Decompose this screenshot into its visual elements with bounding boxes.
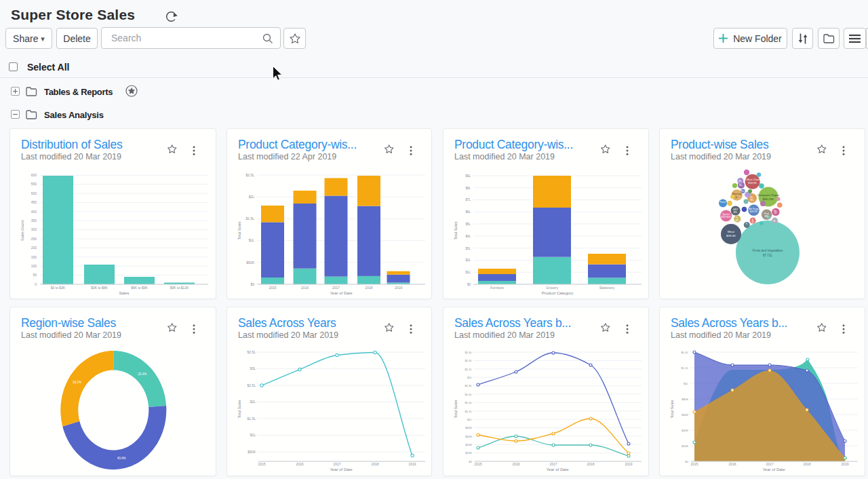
svg-text:$2.4L: $2.4L (465, 359, 473, 362)
svg-text:Br..: Br.. (750, 196, 753, 199)
svg-text:$80K: $80K (465, 426, 472, 429)
svg-text:$9L: $9L (736, 219, 740, 222)
svg-text:$2L: $2L (250, 400, 256, 404)
svg-text:$7L: $7L (465, 198, 471, 202)
svg-text:Year of Date: Year of Date (330, 467, 353, 472)
svg-text:$1.4L: $1.4L (465, 401, 473, 404)
svg-text:2015: 2015 (269, 286, 276, 290)
svg-text:2016: 2016 (728, 462, 736, 466)
svg-text:2015: 2015 (690, 462, 698, 466)
svg-text:Year of Date: Year of Date (330, 291, 353, 295)
svg-text:$16.9K: $16.9K (748, 181, 757, 185)
svg-text:$9L: $9L (734, 211, 738, 214)
svg-text:$1.2L: $1.2L (465, 410, 473, 413)
svg-text:$60K: $60K (682, 413, 688, 417)
svg-text:S.: S. (746, 223, 748, 225)
svg-text:Total Sales: Total Sales (454, 221, 458, 240)
svg-text:$2L: $2L (465, 258, 471, 262)
svg-text:$0: $0 (469, 460, 472, 463)
svg-text:350: 350 (31, 218, 37, 223)
svg-text:$1.6L: $1.6L (465, 393, 473, 396)
svg-text:$2L: $2L (249, 195, 255, 199)
svg-text:$3.5L: $3.5L (247, 350, 256, 354)
svg-text:Meat: Meat (728, 230, 735, 233)
svg-text:Fast: Fast (764, 212, 769, 215)
svg-text:$86.23K: $86.23K (763, 197, 774, 201)
svg-text:450: 450 (31, 200, 37, 204)
svg-text:Year of Date: Year of Date (762, 467, 785, 472)
svg-text:$6K to $9K: $6K to $9K (131, 286, 148, 290)
svg-text:$3K to $6K: $3K to $6K (91, 286, 108, 290)
svg-text:$9L: $9L (465, 174, 471, 178)
svg-text:2016: 2016 (301, 286, 309, 290)
svg-text:2019: 2019 (408, 462, 416, 466)
svg-text:2018: 2018 (587, 462, 594, 466)
svg-text:Sales: Sales (119, 291, 129, 295)
svg-text:550: 550 (31, 182, 37, 186)
svg-text:2016: 2016 (296, 462, 303, 466)
svg-text:2019: 2019 (395, 286, 402, 290)
svg-text:Art Supp: Art Supp (749, 208, 759, 210)
svg-text:$50K: $50K (246, 261, 254, 265)
svg-text:$8L: $8L (465, 187, 471, 190)
svg-text:150: 150 (31, 255, 37, 259)
svg-text:2017: 2017 (549, 462, 557, 466)
svg-text:2018: 2018 (371, 462, 378, 466)
svg-text:Total Sales: Total Sales (670, 400, 674, 418)
svg-text:$33.85K: $33.85K (722, 216, 732, 218)
svg-text:$9K to $12K: $9K to $12K (170, 286, 189, 290)
svg-text:Year of Date: Year of Date (546, 467, 569, 472)
svg-text:200: 200 (31, 246, 37, 250)
svg-text:$50K: $50K (248, 450, 256, 454)
svg-text:$33.5K: $33.5K (750, 210, 758, 213)
svg-text:$20K: $20K (465, 451, 472, 455)
svg-text:$1L: $1L (684, 382, 689, 385)
svg-text:Furniture: Furniture (490, 286, 504, 290)
svg-text:$59.3K: $59.3K (726, 234, 736, 237)
svg-text:$1.5L: $1.5L (245, 216, 254, 221)
svg-text:$5L: $5L (465, 223, 471, 226)
svg-text:$9L: $9L (750, 199, 754, 202)
svg-text:600: 600 (31, 173, 37, 177)
svg-text:$60K: $60K (465, 435, 472, 438)
svg-text:$80K: $80K (682, 398, 688, 401)
svg-text:$0: $0 (250, 282, 254, 286)
svg-text:$9L: $9L (765, 215, 769, 218)
svg-text:$2.5L: $2.5L (245, 173, 254, 177)
svg-text:33.2%: 33.2% (73, 381, 81, 384)
svg-text:250: 250 (31, 237, 37, 241)
svg-text:2017: 2017 (766, 462, 773, 466)
svg-text:400: 400 (31, 210, 37, 214)
svg-text:$20K: $20K (682, 444, 688, 448)
svg-text:0: 0 (35, 282, 37, 286)
svg-text:2015: 2015 (474, 462, 481, 466)
svg-text:$2.5L: $2.5L (247, 383, 256, 387)
svg-text:Franc: Franc (720, 201, 726, 204)
svg-text:2018: 2018 (365, 286, 372, 290)
svg-text:$0: $0 (467, 283, 471, 286)
svg-text:$1L: $1L (465, 271, 471, 274)
svg-text:$..: $.. (736, 196, 738, 199)
svg-text:50: 50 (33, 273, 37, 277)
svg-text:Mo..: Mo.. (739, 184, 743, 187)
svg-text:Fruits and Vegetables: Fruits and Vegetables (753, 249, 783, 252)
svg-text:Fu..: Fu.. (741, 190, 745, 193)
svg-text:$6L: $6L (465, 210, 471, 214)
svg-text:2016: 2016 (512, 462, 519, 466)
svg-text:2017: 2017 (332, 286, 340, 290)
svg-text:2015: 2015 (258, 462, 265, 466)
svg-text:$0: $0 (685, 460, 688, 463)
svg-text:500: 500 (31, 191, 37, 195)
svg-text:Stationery: Stationery (599, 286, 615, 290)
svg-text:2018: 2018 (803, 462, 810, 466)
svg-text:$5: $5 (774, 212, 777, 214)
svg-text:Total Sales: Total Sales (454, 400, 458, 418)
svg-text:$1L: $1L (250, 433, 256, 437)
svg-text:Morning: Morning (732, 193, 742, 195)
svg-text:$9..: $9.. (738, 180, 742, 183)
svg-text:$5: $5 (751, 221, 754, 223)
svg-text:M..: M.. (773, 220, 776, 223)
svg-text:$1.2L: $1.2L (682, 366, 689, 370)
svg-text:$7.72L: $7.72L (763, 254, 772, 257)
svg-text:$1.5L: $1.5L (247, 417, 256, 421)
